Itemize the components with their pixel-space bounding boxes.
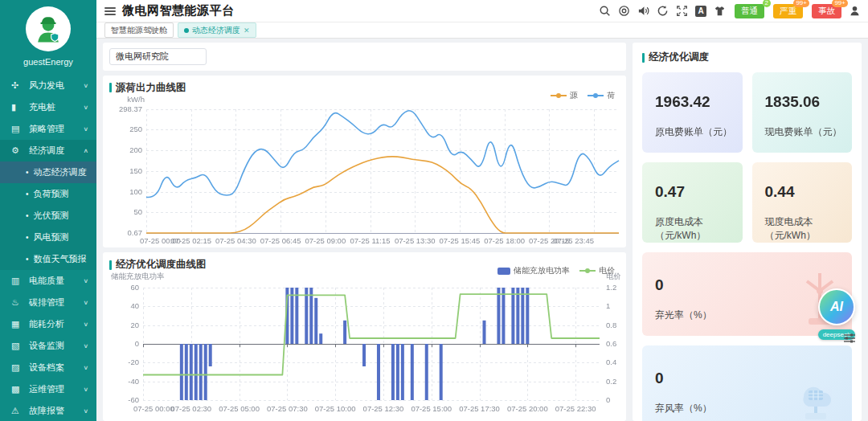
chevron-down-icon: ∨ [83,386,88,393]
content-area: 源荷出力曲线图 源荷 经济优化调度曲线图 储能充放电功率电价 [96,39,868,421]
header-toolbar: A普通2严重99+事故99+ [599,4,862,18]
stat-card-弃风率（%）[interactable]: 0弃风率（%） [642,345,852,421]
sidebar-item-label: 设备档案 [29,362,83,374]
sidebar-item-label: 设备监测 [29,340,83,352]
sidebar-item-运维管理[interactable]: ▩运维管理∨ [0,378,96,400]
alarm-count-badge: 99+ [832,0,848,7]
source-load-chart-card: 源荷出力曲线图 源荷 [103,76,626,247]
energy-analysis-icon: ▦ [11,319,24,329]
charging-pile-icon: ▮ [11,102,24,112]
legend-item-电价[interactable]: 电价 [579,265,615,276]
alarm-count-badge: 2 [763,0,771,7]
alarm-tag-严重[interactable]: 严重99+ [773,4,803,18]
sliders-icon[interactable] [844,333,855,343]
stat-label: 现度电成本（元/kWh） [765,215,853,243]
sidebar-item-故障报警[interactable]: ⚠故障报警∨ [0,400,96,421]
sidebar-subitem-label: 光伏预测 [34,210,69,222]
chart2-legend: 储能充放电功率电价 [497,265,615,276]
translate-icon[interactable]: A [695,6,706,17]
stat-label: 原度电成本（元/kWh） [655,215,743,243]
fullscreen-icon[interactable] [676,5,688,17]
sidebar-item-经济调度[interactable]: ⚙经济调度∧ [0,140,96,161]
title-accent-bar [642,53,645,63]
legend-item-源[interactable]: 源 [551,90,578,101]
legend-line-icon [579,270,596,272]
tab-动态经济调度[interactable]: 动态经济调度✕ [178,22,256,38]
chevron-down-icon: ∨ [83,300,88,306]
ai-assistant-button[interactable]: AI deepseek [813,288,860,340]
user-avatar[interactable] [26,6,71,51]
chart1-title-row: 源荷出力曲线图 [109,81,626,95]
stat-card-原度电成本（元/kWh）[interactable]: 0.47原度电成本（元/kWh） [642,162,743,243]
station-search-input[interactable] [109,48,207,65]
tab-bar: 智慧能源驾驶舱动态经济调度✕ [96,22,868,39]
title-accent-bar [109,83,112,92]
close-icon[interactable]: ✕ [244,27,250,35]
legend-bar-icon [497,268,510,275]
sidebar-subitem-风电预测[interactable]: •风电预测 [0,227,96,248]
bullet-icon: • [26,211,29,220]
submenu-经济调度: •动态经济调度•负荷预测•光伏预测•风电预测•数值天气预报 [0,161,96,270]
stat-label: 现电费账单（元） [765,125,853,139]
filter-panel [103,43,626,71]
sidebar-item-充电桩[interactable]: ▮充电桩∨ [0,96,96,118]
sidebar-item-label: 运维管理 [29,383,83,395]
legend-item-储能充放电功率[interactable]: 储能充放电功率 [497,265,570,276]
app-title: 微电网智慧能源平台 [122,3,235,18]
source-load-line-chart[interactable] [109,95,625,246]
sidebar-item-策略管理[interactable]: ▤策略管理∨ [0,118,96,140]
sidebar-item-label: 风力发电 [29,80,83,92]
dispatch-bar-line-chart[interactable] [109,272,625,421]
om-management-icon: ▩ [11,384,24,394]
refresh-icon[interactable] [657,5,669,17]
menu-toggle-icon[interactable] [104,6,116,17]
bullet-icon: • [26,168,29,177]
theme-shirt-icon[interactable] [714,5,726,17]
sidebar-subitem-负荷预测[interactable]: •负荷预测 [0,183,96,205]
sidebar-item-label: 电能质量 [29,275,83,287]
chart2-title: 经济优化调度曲线图 [116,258,207,272]
chevron-up-icon: ∧ [83,148,88,154]
alarm-icon: ⚠ [11,406,24,416]
sidebar-menu: ✣风力发电∨▮充电桩∨▤策略管理∨⚙经济调度∧•动态经济调度•负荷预测•光伏预测… [0,75,96,421]
wind-turbine-icon: ✣ [11,80,24,91]
dispatch-chart-card: 经济优化调度曲线图 储能充放电功率电价 [103,252,626,421]
sidebar-subitem-label: 数值天气预报 [34,253,87,265]
chevron-down-icon: ∨ [83,104,88,111]
sidebar-item-设备档案[interactable]: ▨设备档案∨ [0,357,96,378]
legend-item-荷[interactable]: 荷 [588,90,615,101]
stat-value: 0.44 [765,183,853,201]
user-menu-icon[interactable] [849,5,862,18]
alarm-tag-事故[interactable]: 事故99+ [812,4,841,18]
carbon-icon: ♨ [11,297,24,308]
stat-value: 1835.06 [765,93,853,111]
sidebar-subitem-数值天气预报[interactable]: •数值天气预报 [0,248,96,270]
sidebar-subitem-光伏预测[interactable]: •光伏预测 [0,205,96,227]
search-icon[interactable] [599,5,611,17]
device-monitor-icon: ▧ [11,341,24,351]
sidebar-item-label: 碳排管理 [29,296,83,309]
strategy-icon: ▤ [11,124,24,134]
alarm-tag-普通[interactable]: 普通2 [735,4,764,18]
headset-icon[interactable] [618,5,630,17]
sidebar-item-碳排管理[interactable]: ♨碳排管理∨ [0,292,96,313]
sidebar-subitem-动态经济调度[interactable]: •动态经济调度 [0,161,96,183]
sidebar-item-label: 策略管理 [29,123,83,135]
main-area: 微电网智慧能源平台 A普通2严重99+事故99+ 智慧能源驾驶舱动态经济调度✕ … [96,0,868,421]
sidebar-item-设备监测[interactable]: ▧设备监测∨ [0,335,96,357]
tab-智慧能源驾驶舱[interactable]: 智慧能源驾驶舱 [104,22,174,38]
stat-card-现电费账单（元）[interactable]: 1835.06现电费账单（元） [752,72,853,153]
speaker-icon[interactable] [637,5,649,17]
title-accent-bar [109,260,112,270]
stat-card-现度电成本（元/kWh）[interactable]: 0.44现度电成本（元/kWh） [752,162,853,243]
power-quality-icon: ▥ [11,276,24,286]
stats-grid: 1963.42原电费账单（元）1835.06现电费账单（元）0.47原度电成本（… [642,72,852,421]
legend-line-icon [588,95,604,96]
panel-title: 经济优化调度 [649,51,709,64]
sidebar-item-电能质量[interactable]: ▥电能质量∨ [0,270,96,292]
sidebar-item-能耗分析[interactable]: ▦能耗分析∨ [0,313,96,335]
chevron-down-icon: ∨ [83,321,88,328]
bullet-icon: • [26,255,29,264]
sidebar-item-风力发电[interactable]: ✣风力发电∨ [0,75,96,96]
stat-card-原电费账单（元）[interactable]: 1963.42原电费账单（元） [642,72,743,153]
